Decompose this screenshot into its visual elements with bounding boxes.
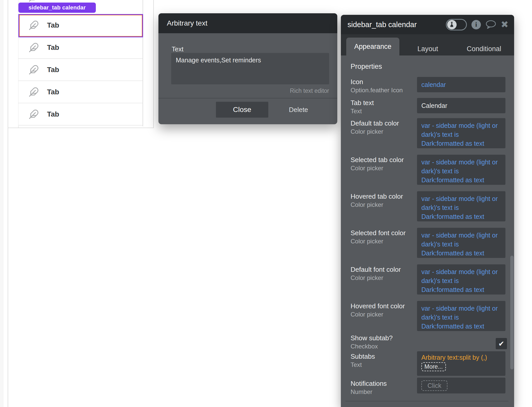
icon-value-field[interactable]: calendar xyxy=(417,77,505,92)
feather-icon xyxy=(29,65,39,75)
tab-element-label: Tab xyxy=(47,110,59,118)
tab-element-label: Tab xyxy=(47,88,59,96)
info-icon[interactable]: i xyxy=(471,20,481,29)
sidebar-tab-list: Tab Tab Tab Tab Tab xyxy=(18,0,143,126)
selected-element-badge: sidebar_tab calendar xyxy=(18,3,96,13)
text-field-label: Text xyxy=(172,46,183,53)
flask-icon xyxy=(447,20,457,29)
notifications-type: Number xyxy=(351,388,372,395)
arbitrary-text-input[interactable]: Manage events,Set reminders xyxy=(171,53,329,84)
canvas-guide-line xyxy=(8,0,8,407)
group-bottom-border xyxy=(8,128,154,128)
show-subtab-type: Checkbox xyxy=(351,343,378,350)
feather-icon xyxy=(29,20,39,30)
subtabs-label: Subtabs xyxy=(351,353,375,360)
tab-row[interactable]: Tab xyxy=(18,37,143,59)
tab-element-label: Tab xyxy=(47,0,59,1)
selected-tab-color-type: Color picker xyxy=(351,165,383,172)
notifications-label: Notifications xyxy=(351,380,387,388)
close-button[interactable]: Close xyxy=(216,102,268,118)
tab-layout[interactable]: Layout xyxy=(407,42,448,55)
show-subtab-label: Show subtab? xyxy=(351,334,393,342)
click-button[interactable]: Click xyxy=(421,380,447,391)
hovered-tab-color-field[interactable]: var - sidebar mode (light or dark)'s tex… xyxy=(417,191,505,221)
selected-font-color-field[interactable]: var - sidebar mode (light or dark)'s tex… xyxy=(417,228,505,258)
delete-button[interactable]: Delete xyxy=(283,102,314,118)
feather-icon xyxy=(29,87,39,97)
subtabs-value-field[interactable]: Arbitrary text:split by (,) More... xyxy=(417,351,505,376)
default-tab-color-field[interactable]: var - sidebar mode (light or dark)'s tex… xyxy=(417,118,505,148)
subtabs-expression: Arbitrary text:split by (,) xyxy=(421,354,501,361)
hovered-font-color-label: Hovered font color xyxy=(351,302,405,310)
rich-text-editor-link[interactable]: Rich text editor xyxy=(290,87,329,94)
tab-text-property-label: Tab text xyxy=(351,99,374,107)
tab-element-label: Tab xyxy=(47,66,59,74)
icon-property-type: Option.feather Icon xyxy=(351,87,403,94)
inspector-tab-bar: Appearance Layout Conditional xyxy=(341,34,514,55)
subtabs-type: Text xyxy=(351,361,362,368)
property-inspector: sidebar_tab calendar i ✖ Appearance Layo… xyxy=(341,15,514,407)
arbitrary-text-dialog: Arbitrary text Text Manage events,Set re… xyxy=(158,13,337,124)
hovered-tab-color-type: Color picker xyxy=(351,201,383,208)
inspector-body: Properties Icon Option.feather Icon cale… xyxy=(341,55,514,407)
selected-tab-color-label: Selected tab color xyxy=(351,156,404,164)
default-font-color-label: Default font color xyxy=(351,266,401,274)
tab-appearance[interactable]: Appearance xyxy=(346,38,399,55)
tab-row[interactable]: Tab xyxy=(18,103,143,126)
close-icon[interactable]: ✖ xyxy=(501,20,508,29)
tab-element-label: Tab xyxy=(47,43,59,52)
hovered-font-color-type: Color picker xyxy=(351,311,383,318)
tab-text-value-field[interactable]: Calendar xyxy=(417,98,505,113)
default-font-color-type: Color picker xyxy=(351,274,383,281)
default-tab-color-type: Color picker xyxy=(351,128,383,135)
hovered-tab-color-label: Hovered tab color xyxy=(351,193,403,200)
show-subtab-checkbox[interactable]: ✔ xyxy=(496,338,507,349)
icon-property-label: Icon xyxy=(351,78,363,86)
hovered-font-color-field[interactable]: var - sidebar mode (light or dark)'s tex… xyxy=(417,301,505,331)
default-font-color-field[interactable]: var - sidebar mode (light or dark)'s tex… xyxy=(417,264,505,295)
dialog-divider xyxy=(158,98,337,98)
more-button[interactable]: More... xyxy=(421,362,446,371)
tab-conditional[interactable]: Conditional xyxy=(458,42,510,55)
tab-row-selected[interactable]: Tab xyxy=(18,14,143,37)
inspector-scrollbar[interactable] xyxy=(510,256,514,369)
notifications-value-field[interactable]: Click xyxy=(417,378,505,393)
inspector-header: sidebar_tab calendar i ✖ xyxy=(341,15,514,34)
tab-text-property-type: Text xyxy=(351,108,362,115)
tab-row[interactable]: Tab xyxy=(18,59,143,81)
left-gutter xyxy=(0,0,3,407)
tab-element-label: Tab xyxy=(47,21,59,29)
tab-row[interactable]: Tab xyxy=(18,81,143,103)
section-divider xyxy=(345,401,508,401)
selected-font-color-type: Color picker xyxy=(351,238,383,245)
dialog-title: Arbitrary text xyxy=(167,19,207,27)
feather-icon xyxy=(29,42,39,53)
selected-font-color-label: Selected font color xyxy=(351,229,406,237)
inspector-title: sidebar_tab calendar xyxy=(348,20,446,29)
feather-icon xyxy=(29,109,39,119)
properties-heading: Properties xyxy=(351,63,382,71)
default-tab-color-label: Default tab color xyxy=(351,119,399,127)
selected-tab-color-field[interactable]: var - sidebar mode (light or dark)'s tex… xyxy=(417,155,505,185)
experiment-toggle[interactable] xyxy=(446,19,467,30)
comment-icon[interactable] xyxy=(485,20,496,29)
feather-icon xyxy=(29,0,39,2)
editor-canvas: Tab Tab Tab Tab Tab xyxy=(0,0,532,407)
group-right-border xyxy=(153,0,154,128)
dialog-header: Arbitrary text xyxy=(158,13,337,33)
